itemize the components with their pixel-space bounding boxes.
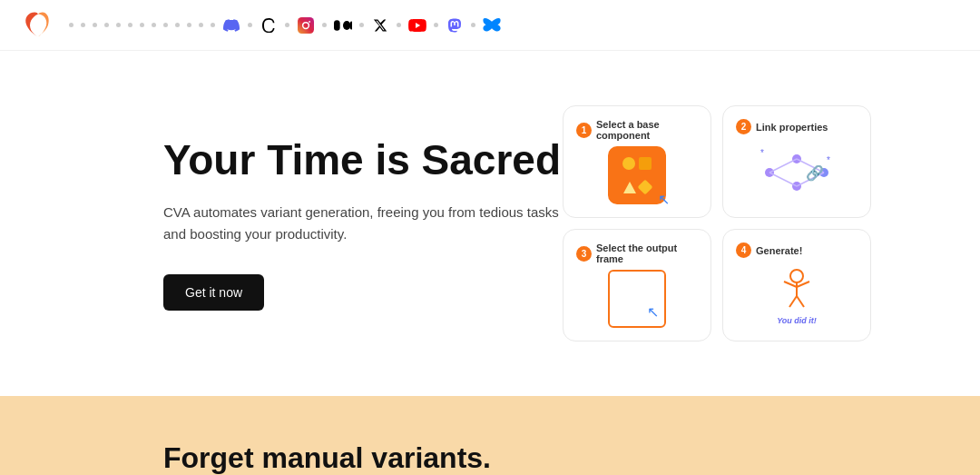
frame-cursor-icon: ↖ bbox=[647, 303, 659, 321]
svg-line-22 bbox=[789, 296, 797, 307]
cursor-icon: ↖ bbox=[658, 191, 670, 208]
card-1-number: 1 bbox=[576, 123, 592, 138]
nav-separator-dot bbox=[322, 23, 327, 27]
medium-icon[interactable] bbox=[334, 16, 352, 35]
svg-point-18 bbox=[790, 270, 803, 282]
navigation bbox=[0, 0, 980, 51]
svg-text:*: * bbox=[827, 155, 830, 165]
nav-separator-dot bbox=[69, 23, 74, 27]
instagram-icon[interactable] bbox=[297, 16, 315, 35]
nav-separator-dot bbox=[93, 23, 97, 27]
shape-diamond bbox=[638, 180, 653, 195]
svg-point-5 bbox=[350, 21, 353, 29]
get-it-now-button[interactable]: Get it now bbox=[163, 274, 264, 311]
nav-separator-dot bbox=[434, 23, 438, 27]
you-did-it-text: You did it! bbox=[777, 316, 817, 325]
nav-separator-dot bbox=[175, 23, 180, 27]
svg-text:*: * bbox=[760, 148, 764, 158]
card-2-label: 2 Link properties bbox=[736, 119, 858, 134]
nav-separator-dot bbox=[199, 23, 203, 27]
discord-icon[interactable] bbox=[222, 16, 240, 35]
hero-section: Your Time is Sacred CVA automates varian… bbox=[0, 51, 980, 396]
nav-separator-dot bbox=[187, 23, 191, 27]
link-properties-illustration: * * 🔗 bbox=[756, 145, 838, 200]
card-select-output: 3 Select the output frame ↖ bbox=[563, 229, 711, 341]
nav-separator-dot bbox=[104, 23, 109, 27]
hero-subtitle: CVA automates variant generation, freein… bbox=[163, 202, 563, 245]
bluesky-icon[interactable] bbox=[483, 16, 501, 35]
svg-point-4 bbox=[343, 21, 350, 30]
hero-title: Your Time is Sacred bbox=[163, 136, 563, 184]
card-3-number: 3 bbox=[576, 246, 592, 262]
output-frame-illustration: ↖ bbox=[608, 270, 666, 328]
x-twitter-icon[interactable] bbox=[371, 16, 389, 35]
generate-illustration: You did it! bbox=[769, 267, 824, 325]
card-generate: 4 Generate! You did bbox=[722, 229, 871, 341]
card-link-properties: 2 Link properties * * bbox=[722, 105, 871, 218]
hero-content: Your Time is Sacred CVA automates varian… bbox=[163, 136, 563, 312]
svg-line-11 bbox=[769, 159, 797, 173]
nav-separator-dot bbox=[248, 23, 252, 27]
card-4-visual: You did it! bbox=[736, 263, 858, 328]
nav-separator-dot bbox=[285, 23, 289, 27]
svg-rect-0 bbox=[298, 17, 314, 34]
brand-logo[interactable] bbox=[22, 9, 54, 42]
card-2-visual: * * 🔗 bbox=[736, 140, 858, 204]
nav-separator-dot bbox=[116, 23, 121, 27]
youtube-icon[interactable] bbox=[408, 16, 426, 35]
mastodon-icon[interactable] bbox=[446, 16, 464, 35]
bottom-section: Forget manual variants. No more confusio… bbox=[0, 396, 980, 475]
nav-separator-dot bbox=[81, 23, 85, 27]
threads-icon[interactable] bbox=[260, 16, 278, 35]
feature-cards-grid: 1 Select a base component ↖ 2 Link prope… bbox=[563, 105, 871, 341]
card-4-label: 4 Generate! bbox=[736, 242, 858, 258]
bottom-title: Forget manual variants. bbox=[163, 440, 817, 475]
card-select-base: 1 Select a base component ↖ bbox=[563, 105, 711, 218]
nav-separator-dot bbox=[471, 23, 475, 27]
shape-triangle bbox=[623, 182, 636, 193]
card-1-visual: ↖ bbox=[576, 146, 698, 204]
svg-line-23 bbox=[797, 296, 804, 307]
nav-separator-dot bbox=[152, 23, 156, 27]
card-3-visual: ↖ bbox=[576, 270, 698, 328]
shape-circle bbox=[622, 157, 635, 170]
nav-separator-dot bbox=[163, 23, 168, 27]
celebrate-figure bbox=[769, 267, 824, 312]
svg-rect-3 bbox=[334, 20, 340, 31]
svg-point-2 bbox=[309, 20, 310, 22]
nav-separator-dot bbox=[397, 23, 401, 27]
card-4-number: 4 bbox=[736, 242, 751, 258]
nav-separator-dot bbox=[359, 23, 364, 27]
nav-separator-dot bbox=[140, 23, 144, 27]
card-1-illustration: ↖ bbox=[608, 146, 666, 204]
card-3-label: 3 Select the output frame bbox=[576, 242, 698, 264]
svg-text:🔗: 🔗 bbox=[806, 164, 824, 182]
card-1-label: 1 Select a base component bbox=[576, 119, 698, 141]
svg-line-12 bbox=[769, 173, 797, 186]
card-2-number: 2 bbox=[736, 119, 751, 134]
nav-separator-dot bbox=[128, 23, 132, 27]
shape-square bbox=[639, 157, 652, 170]
nav-separator-dot bbox=[211, 23, 215, 27]
